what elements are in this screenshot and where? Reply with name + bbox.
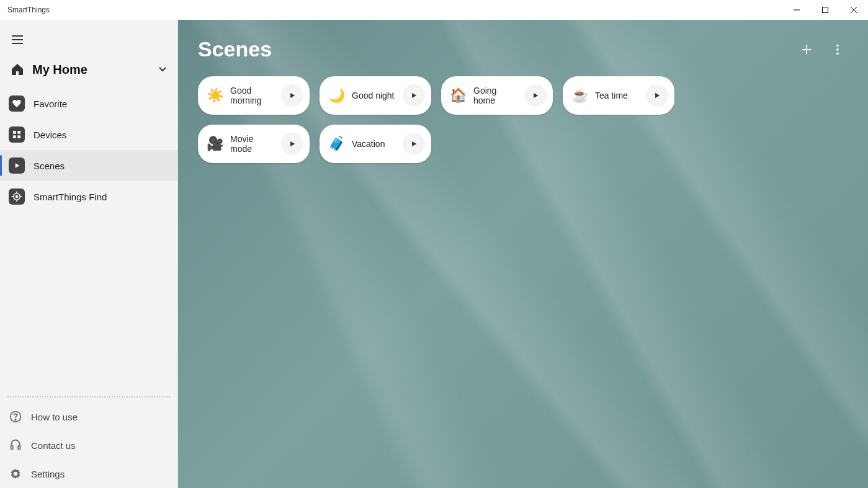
- scene-card[interactable]: ☕ Tea time: [563, 76, 674, 115]
- window-title: SmartThings: [7, 6, 50, 14]
- gear-icon: [9, 467, 22, 481]
- title-bar: SmartThings: [0, 0, 868, 20]
- scene-card[interactable]: 🎥 Movie mode: [198, 125, 310, 163]
- scene-label: Good night: [352, 91, 396, 100]
- svg-rect-21: [18, 446, 20, 450]
- sidebar-item-find[interactable]: SmartThings Find: [0, 181, 177, 212]
- sidebar-item-devices[interactable]: Devices: [0, 119, 177, 150]
- hamburger-button[interactable]: [2, 25, 32, 55]
- heart-icon: [9, 95, 25, 112]
- moon-icon: 🌙: [327, 86, 346, 105]
- footer-item-contact[interactable]: Contact us: [0, 431, 177, 459]
- footer-item-label: How to use: [31, 412, 78, 422]
- more-options-button[interactable]: [827, 39, 848, 60]
- page-title: Scenes: [198, 37, 272, 61]
- grid-icon: [9, 126, 25, 143]
- footer-item-label: Contact us: [31, 440, 76, 451]
- svg-rect-1: [823, 7, 828, 13]
- svg-rect-20: [11, 446, 13, 450]
- location-selector[interactable]: My Home: [0, 55, 177, 84]
- play-scene-button[interactable]: [281, 133, 303, 155]
- play-scene-button[interactable]: [281, 84, 303, 107]
- play-circle-icon: [9, 157, 25, 174]
- footer-item-label: Settings: [31, 469, 65, 479]
- scene-card[interactable]: ☀️ Good morning: [198, 76, 310, 115]
- play-scene-button[interactable]: [524, 84, 547, 107]
- location-label: My Home: [32, 63, 87, 77]
- house-icon: 🏠: [449, 86, 467, 105]
- home-icon: [10, 62, 25, 77]
- sidebar-item-favorite[interactable]: Favorite: [0, 88, 177, 119]
- maximize-button[interactable]: [811, 0, 839, 20]
- scene-card[interactable]: 🏠 Going home: [441, 76, 553, 115]
- svg-rect-9: [13, 135, 16, 138]
- scene-label: Tea time: [595, 91, 640, 100]
- sidebar-item-label: SmartThings Find: [34, 192, 107, 202]
- svg-rect-7: [13, 131, 16, 134]
- help-icon: [9, 410, 22, 424]
- scene-label: Going home: [473, 86, 518, 105]
- play-scene-button[interactable]: [646, 84, 668, 107]
- sidebar-item-scenes[interactable]: Scenes: [0, 150, 177, 181]
- coffee-icon: ☕: [570, 86, 589, 105]
- scene-label: Good morning: [230, 86, 275, 105]
- chevron-down-icon: [158, 64, 168, 74]
- svg-point-24: [836, 44, 839, 47]
- divider: [7, 396, 170, 397]
- window-controls: [782, 0, 868, 20]
- add-scene-button[interactable]: [796, 39, 817, 60]
- play-scene-button[interactable]: [403, 133, 425, 155]
- sidebar-item-label: Scenes: [34, 161, 65, 171]
- sun-icon: ☀️: [205, 86, 224, 105]
- footer-item-settings[interactable]: Settings: [0, 459, 177, 488]
- luggage-icon: 🧳: [327, 135, 346, 153]
- scene-label: Vacation: [352, 139, 396, 149]
- sidebar: My Home Favorite Devices: [0, 20, 178, 488]
- scene-label: Movie mode: [230, 134, 275, 154]
- sidebar-item-label: Favorite: [34, 99, 67, 109]
- svg-point-19: [15, 419, 16, 420]
- camera-icon: 🎥: [205, 135, 224, 153]
- locate-icon: [9, 189, 25, 205]
- scenes-grid: ☀️ Good morning 🌙 Good night 🏠 Going hom…: [178, 69, 805, 171]
- close-button[interactable]: [839, 0, 868, 20]
- scene-card[interactable]: 🧳 Vacation: [320, 125, 431, 163]
- headset-icon: [9, 438, 22, 452]
- svg-point-25: [836, 48, 839, 51]
- sidebar-item-label: Devices: [34, 130, 66, 140]
- content-area: Scenes ☀️ Good morning 🌙 Good nigh: [178, 20, 868, 488]
- svg-point-13: [16, 196, 18, 198]
- footer-item-howto[interactable]: How to use: [0, 402, 177, 431]
- scene-card[interactable]: 🌙 Good night: [320, 76, 431, 115]
- play-scene-button[interactable]: [403, 84, 425, 107]
- minimize-button[interactable]: [782, 0, 811, 20]
- svg-rect-10: [17, 135, 20, 138]
- svg-point-26: [836, 52, 839, 55]
- svg-rect-8: [17, 131, 20, 134]
